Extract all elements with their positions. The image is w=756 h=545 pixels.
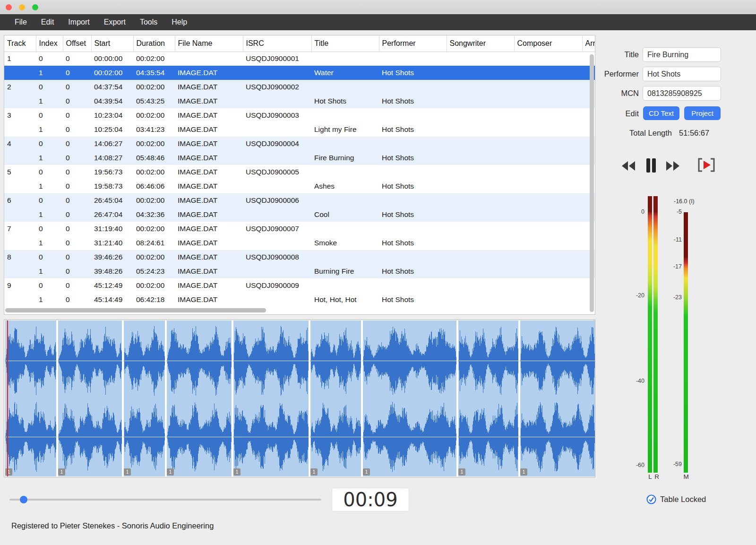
table-row[interactable]: 1010:25:0403:41:23IMAGE.DATLight my Fire…: [4, 122, 595, 137]
menu-file[interactable]: File: [8, 14, 34, 30]
waveform-canvas[interactable]: [4, 320, 595, 477]
column-header-start[interactable]: Start: [91, 35, 133, 52]
table-row[interactable]: 30010:23:0400:02:00IMAGE.DATUSQDJ0900003: [4, 108, 595, 122]
track-index-marker[interactable]: 1: [5, 468, 12, 476]
loudness-scale-tick: -5: [663, 208, 682, 215]
column-header-offset[interactable]: Offset: [63, 35, 91, 52]
menu-tools[interactable]: Tools: [133, 14, 164, 30]
column-header-songwriter[interactable]: Songwriter: [447, 35, 514, 52]
rewind-button[interactable]: [621, 161, 636, 171]
table-row[interactable]: 10000:00:0000:02:00USQDJ0900001: [4, 52, 595, 66]
minimize-window-button[interactable]: [19, 4, 25, 10]
project-button[interactable]: Project: [684, 106, 721, 120]
meter-caption-right: R: [654, 473, 659, 480]
loudness-scale-tick: -17: [663, 263, 682, 270]
column-header-title[interactable]: Title: [311, 35, 379, 52]
level-meter-right: [653, 196, 658, 473]
table-row[interactable]: 1039:48:2605:24:23IMAGE.DATBurning FireH…: [4, 264, 595, 278]
pause-button[interactable]: [645, 158, 657, 173]
table-locked-checkbox[interactable]: [646, 494, 656, 504]
table-row[interactable]: 1014:08:2705:48:46IMAGE.DATFire BurningH…: [4, 151, 595, 165]
table-row[interactable]: 1045:14:4906:42:18IMAGE.DATHot, Hot, Hot…: [4, 293, 595, 307]
track-table-grid: TrackIndexOffsetStartDurationFile NameIS…: [4, 35, 595, 307]
mcn-input[interactable]: [643, 86, 721, 101]
track-index-marker[interactable]: 1: [167, 468, 174, 476]
fast-forward-icon: [665, 161, 680, 171]
menu-import[interactable]: Import: [61, 14, 96, 30]
performer-field-label: Performer: [596, 69, 639, 78]
lr-scale-tick: -60: [624, 462, 644, 468]
table-row[interactable]: 90045:12:4900:02:00IMAGE.DATUSQDJ0900009: [4, 278, 595, 293]
menu-edit[interactable]: Edit: [34, 14, 61, 30]
column-header-file-name[interactable]: File Name: [175, 35, 243, 52]
table-header-row: TrackIndexOffsetStartDurationFile NameIS…: [4, 35, 595, 52]
edit-field-label: Edit: [600, 109, 639, 118]
loudness-scale-tick: -23: [663, 294, 682, 301]
column-header-duration[interactable]: Duration: [133, 35, 175, 52]
vertical-scrollbar[interactable]: [589, 54, 594, 312]
position-slider-thumb[interactable]: [20, 496, 27, 503]
cd-text-button[interactable]: CD Text: [643, 106, 679, 120]
play-marker-button[interactable]: [697, 157, 715, 173]
menu-bar: FileEditImportExportToolsHelp: [0, 14, 756, 30]
loudness-scale-tick: -11: [663, 236, 682, 243]
table-row[interactable]: 70031:19:4000:02:00IMAGE.DATUSQDJ0900007: [4, 222, 595, 236]
position-slider-track[interactable]: [9, 499, 321, 501]
track-index-marker[interactable]: 1: [458, 468, 465, 476]
table-row[interactable]: 80039:46:2600:02:00IMAGE.DATUSQDJ0900008: [4, 250, 595, 264]
fast-forward-button[interactable]: [665, 161, 680, 171]
track-index-marker[interactable]: 1: [58, 468, 65, 476]
title-field-label: Title: [600, 50, 639, 59]
rewind-icon: [621, 161, 636, 171]
table-row[interactable]: 60026:45:0400:02:00IMAGE.DATUSQDJ0900006: [4, 193, 595, 208]
menu-export[interactable]: Export: [97, 14, 133, 30]
meter-caption-mono: M: [683, 473, 688, 480]
table-row[interactable]: 1026:47:0404:32:36IMAGE.DATCoolHot Shots: [4, 208, 595, 222]
meter-caption-left: L: [648, 473, 652, 480]
table-row[interactable]: 50019:56:7300:02:00IMAGE.DATUSQDJ0900005: [4, 165, 595, 179]
table-locked-label: Table Locked: [660, 495, 706, 504]
table-row[interactable]: 20004:37:5400:02:00IMAGE.DATUSQDJ0900002: [4, 80, 595, 94]
column-header-index[interactable]: Index: [36, 35, 63, 52]
table-row[interactable]: 1004:39:5405:43:25IMAGE.DATHot ShotsHot …: [4, 94, 595, 108]
table-row[interactable]: 1019:58:7306:46:06IMAGE.DATAshesHot Shot…: [4, 179, 595, 193]
column-header-composer[interactable]: Composer: [514, 35, 582, 52]
menu-help[interactable]: Help: [164, 14, 194, 30]
lr-scale-tick: -20: [624, 292, 644, 299]
horizontal-scrollbar-thumb[interactable]: [5, 308, 266, 312]
registration-status-text: Registered to Pieter Stenekes - Sonoris …: [11, 521, 214, 530]
track-index-marker[interactable]: 1: [124, 468, 131, 476]
vertical-scrollbar-thumb[interactable]: [590, 54, 594, 312]
titlebar: [0, 0, 756, 14]
column-header-arr[interactable]: Arr: [582, 35, 595, 52]
track-index-marker[interactable]: 1: [233, 468, 241, 476]
column-header-performer[interactable]: Performer: [379, 35, 447, 52]
loudness-readout: -16.0 (I): [674, 198, 695, 205]
title-input[interactable]: [643, 47, 721, 62]
table-row[interactable]: 40014:06:2700:02:00IMAGE.DATUSQDJ0900004: [4, 137, 595, 151]
time-display: 00:09: [332, 488, 409, 511]
track-index-marker[interactable]: 1: [520, 468, 527, 476]
performer-input[interactable]: [643, 67, 721, 81]
level-meter-left: [648, 196, 652, 473]
table-row[interactable]: 1031:21:4008:24:61IMAGE.DATSmokeHot Shot…: [4, 236, 595, 250]
table-row[interactable]: 1000:02:0004:35:54IMAGE.DATWaterHot Shot…: [4, 66, 595, 80]
column-header-isrc[interactable]: ISRC: [243, 35, 311, 52]
horizontal-scrollbar[interactable]: [5, 308, 591, 313]
waveform-display[interactable]: 111111111: [4, 320, 595, 477]
pause-icon: [645, 158, 657, 173]
play-marker-icon: [697, 157, 715, 173]
track-table: TrackIndexOffsetStartDurationFile NameIS…: [4, 35, 595, 315]
track-index-marker[interactable]: 1: [310, 468, 318, 476]
column-header-track[interactable]: Track: [4, 35, 36, 52]
total-length-value: 51:56:67: [679, 129, 709, 138]
loudness-scale-tick: -59: [663, 461, 682, 467]
close-window-button[interactable]: [6, 4, 12, 10]
track-index-marker[interactable]: 1: [363, 468, 370, 476]
playhead-cursor[interactable]: [7, 320, 8, 476]
mcn-field-label: MCN: [600, 89, 639, 98]
zoom-window-button[interactable]: [32, 4, 38, 10]
lr-scale-tick: -40: [624, 378, 644, 384]
loudness-meter: [684, 212, 688, 473]
total-length-label: Total Length: [605, 129, 672, 138]
